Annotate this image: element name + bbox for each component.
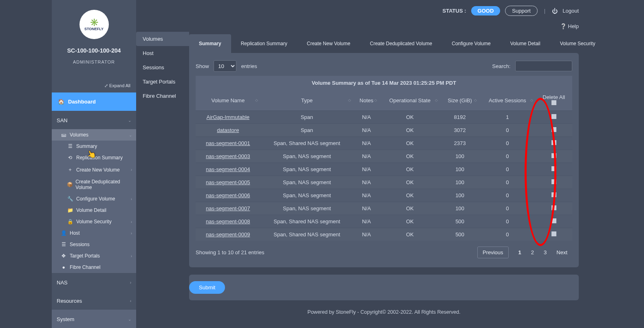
- nav-volumes[interactable]: 🖴 Volumes ⌄: [52, 129, 136, 141]
- delete-checkbox[interactable]: [551, 231, 556, 236]
- expand-icon: ⤢: [104, 83, 109, 88]
- cell-notes: N/A: [353, 137, 379, 150]
- col-notes[interactable]: Notes◇: [353, 90, 379, 111]
- fibre-icon: ●: [60, 264, 67, 270]
- nav-target-portals[interactable]: ✥ Target Portals ›: [52, 250, 136, 262]
- page-next[interactable]: Next: [551, 247, 572, 258]
- volume-name-link[interactable]: nas-segment-0001: [206, 140, 250, 146]
- nav-volumes-replication[interactable]: ⟲ Replication Summary: [52, 152, 136, 163]
- tab-create-new-volume[interactable]: Create New Volume: [297, 34, 360, 53]
- cell-type: Span, NAS segment: [260, 150, 354, 163]
- col-type[interactable]: Type◇: [260, 90, 354, 111]
- tab-configure-volume[interactable]: Configure Volume: [442, 34, 500, 53]
- delete-all-checkbox[interactable]: [551, 100, 556, 105]
- volume-name-link[interactable]: nas-segment-0005: [206, 179, 250, 185]
- sessions-icon: ☰: [60, 242, 67, 247]
- menu2-target-portals[interactable]: Target Portals: [136, 75, 189, 89]
- menu2-host[interactable]: Host: [136, 46, 189, 60]
- sort-icon: ◇: [374, 98, 377, 102]
- col-size[interactable]: Size (GiB)◇: [440, 90, 479, 111]
- divider: |: [543, 8, 547, 14]
- cell-notes: N/A: [353, 228, 379, 241]
- volume-name-link[interactable]: datastore: [217, 127, 239, 133]
- volume-name-link[interactable]: nas-segment-0003: [206, 153, 250, 159]
- nav-volumes-detail[interactable]: 📁 Volume Detail: [52, 205, 136, 216]
- tab-volume-detail[interactable]: Volume Detail: [501, 34, 550, 53]
- tab-summary[interactable]: Summary: [189, 34, 231, 53]
- nav-volumes-create-dedup[interactable]: 📦 Create Deduplicated Volume: [52, 176, 136, 193]
- nav-dashboard[interactable]: 🏠 Dashboard: [52, 92, 136, 111]
- delete-checkbox[interactable]: [551, 166, 556, 171]
- menu2-sessions[interactable]: Sessions: [136, 60, 189, 75]
- power-icon: ⏻: [552, 8, 558, 14]
- cell-type: Span: [260, 111, 354, 124]
- footer-text: Powered by StoneFly - Copyright© 2002-20…: [189, 300, 579, 319]
- chevron-right-icon: ›: [131, 254, 132, 258]
- tab-replication-summary[interactable]: Replication Summary: [231, 34, 297, 53]
- nav-system-header[interactable]: System ⌄: [52, 310, 136, 328]
- delete-checkbox[interactable]: [551, 205, 556, 210]
- nav-san-header[interactable]: SAN ⌄: [52, 111, 136, 129]
- support-button[interactable]: Support: [505, 6, 538, 16]
- cell-state: OK: [379, 176, 440, 189]
- cell-state: OK: [379, 202, 440, 215]
- delete-checkbox[interactable]: [551, 153, 556, 158]
- delete-checkbox[interactable]: [551, 114, 556, 119]
- cell-size: 3072: [440, 124, 479, 137]
- chevron-down-icon: ⌄: [128, 118, 131, 123]
- menu2-fibre-channel[interactable]: Fibre Channel: [136, 89, 189, 103]
- submit-button[interactable]: Submit: [189, 281, 225, 294]
- page-previous[interactable]: Previous: [477, 247, 509, 258]
- delete-checkbox[interactable]: [551, 140, 556, 145]
- nav-resources-header[interactable]: Resources ›: [52, 291, 136, 310]
- col-op-state[interactable]: Operational State◇: [379, 90, 440, 111]
- chevron-down-icon: ⌄: [128, 317, 131, 321]
- col-active-sessions[interactable]: Active Sessions◇: [479, 90, 535, 111]
- page-3[interactable]: 3: [539, 247, 551, 258]
- volume-name-link[interactable]: nas-segment-0004: [206, 166, 250, 172]
- nav-volumes-configure[interactable]: 🔧 Configure Volume ›: [52, 193, 136, 205]
- volume-name-link[interactable]: nas-segment-0009: [206, 231, 250, 238]
- nav-volumes-security[interactable]: 🔒 Volume Security ›: [52, 216, 136, 227]
- tab-volume-security[interactable]: Volume Security: [550, 34, 605, 53]
- delete-checkbox[interactable]: [551, 179, 556, 184]
- volume-name-link[interactable]: nas-segment-0006: [206, 192, 250, 198]
- volume-table: Volume Name◇ Type◇ Notes◇ Operational St…: [196, 90, 572, 241]
- delete-checkbox[interactable]: [551, 127, 556, 132]
- chevron-right-icon: ›: [131, 167, 132, 172]
- replication-icon: ⟲: [66, 155, 74, 161]
- delete-checkbox[interactable]: [551, 192, 556, 197]
- nav-sessions[interactable]: ☰ Sessions: [52, 239, 136, 250]
- volume-name-link[interactable]: AirGap-Immutable: [207, 114, 249, 120]
- tab-create-dedup-volume[interactable]: Create Deduplicated Volume: [360, 34, 442, 53]
- topbar: STATUS : GOOD Support | ⏻ Logout: [189, 0, 579, 22]
- expand-all-link[interactable]: ⤢ Expand All: [52, 68, 136, 92]
- cell-sessions: 0: [479, 163, 535, 176]
- col-delete-all[interactable]: Delete All: [536, 90, 572, 111]
- cell-state: OK: [379, 189, 440, 202]
- cell-type: Span, NAS segment: [260, 189, 354, 202]
- volume-name-link[interactable]: nas-segment-0007: [206, 205, 250, 211]
- page-size-select[interactable]: 10: [214, 60, 236, 72]
- nav-host[interactable]: 👤 Host ›: [52, 227, 136, 239]
- entries-info: Showing 1 to 10 of 21 entries: [196, 249, 264, 255]
- col-volume-name[interactable]: Volume Name◇: [196, 90, 260, 111]
- nav-fibre-channel[interactable]: ● Fibre Channel: [52, 262, 136, 273]
- status-badge-good[interactable]: GOOD: [471, 6, 501, 15]
- sort-icon: ◇: [348, 98, 351, 102]
- help-link[interactable]: ❔ Help: [189, 22, 579, 33]
- cell-sessions: 0: [479, 202, 535, 215]
- logout-link[interactable]: Logout: [562, 8, 579, 14]
- sidebar: ✳️ STONEFLY SC-100-100-100-204 ADMINISTR…: [52, 0, 136, 328]
- menu2-volumes[interactable]: Volumes: [136, 32, 189, 46]
- page-2[interactable]: 2: [526, 247, 539, 258]
- nav-volumes-summary[interactable]: ☰ Summary: [52, 141, 136, 152]
- table-row: nas-segment-0001Span, Shared NAS segment…: [196, 137, 572, 150]
- search-input[interactable]: [515, 61, 572, 71]
- volume-name-link[interactable]: nas-segment-0008: [206, 218, 250, 225]
- folder-icon: 📁: [66, 207, 74, 213]
- page-1[interactable]: 1: [514, 247, 526, 258]
- nav-nas-header[interactable]: NAS ›: [52, 273, 136, 291]
- delete-checkbox[interactable]: [551, 218, 556, 223]
- nav-volumes-create-new[interactable]: ＋ Create New Volume ›: [52, 163, 136, 176]
